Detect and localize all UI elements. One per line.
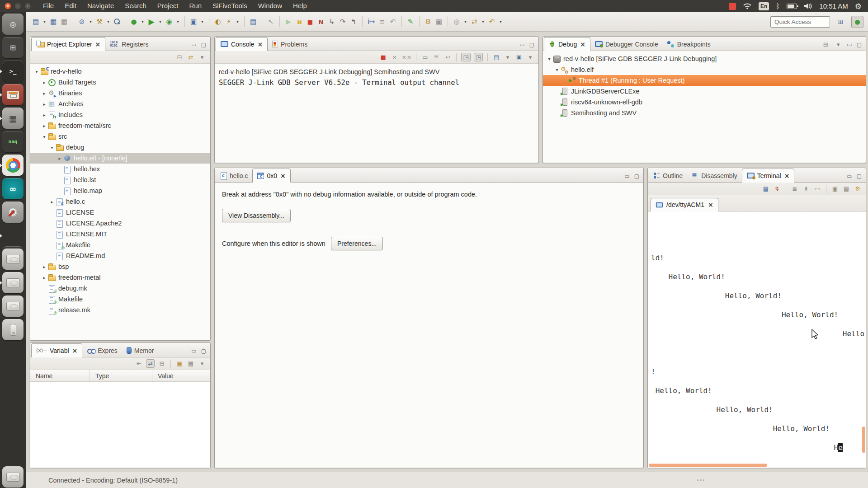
maximize-panel-icon[interactable]: ▢ [857,42,862,48]
tab-disassembly[interactable]: Disassembly [687,169,741,183]
search-in-files-icon[interactable] [112,16,122,28]
tab-hello-c[interactable]: hello.c [216,169,252,183]
profile-icon[interactable]: ◉ [164,16,174,28]
quick-access-input[interactable] [770,16,830,28]
menu-run[interactable]: Run [184,0,207,12]
pin-dropdown-icon[interactable]: ▾ [462,16,468,28]
remove-launch-icon[interactable]: × [391,54,399,61]
menu-sifivetools[interactable]: SiFiveTools [207,0,253,12]
tab-debugger-console[interactable]: Debugger Console [590,37,663,51]
select-pointer-icon[interactable]: ↖ [266,16,276,28]
display-console-dropdown-icon[interactable]: ▾ [504,54,512,61]
file-archiver-icon[interactable] [2,84,24,105]
open-console-icon[interactable]: ▣ [515,54,523,61]
tree-item-src[interactable]: ▾src [30,131,210,142]
remove-all-launches-icon[interactable]: ×× [402,54,412,61]
wifi-icon[interactable] [743,3,752,9]
show-type-names-icon[interactable]: ⇤ [135,360,143,367]
minimize-panel-icon[interactable]: ▭ [191,348,196,354]
tab-outline[interactable]: Outline [649,169,687,183]
terminal-settings-icon[interactable]: ⚙ [854,185,862,192]
usb-drive-icon[interactable] [2,319,24,340]
disconnect-icon[interactable]: N [316,16,326,28]
maximize-panel-icon[interactable]: ▢ [201,348,206,354]
menu-project[interactable]: Project [152,0,184,12]
tab-console[interactable]: Console× [216,37,268,51]
collapse-all-icon[interactable]: ⊟ [158,360,166,367]
open-console-view-icon[interactable]: ▤ [248,16,258,28]
expand-arrow[interactable]: ▸ [56,156,63,161]
scroll-lock-icon[interactable]: ≣ [432,54,440,61]
tree-item-red-v-hello-sifive-gdb-segger-j-link-debugging[interactable]: ▾red-v-hello [SiFive GDB SEGGER J-Link D… [543,53,866,64]
flash-target-icon[interactable]: ⚡ [224,16,234,28]
tab-dev-ttyacm1[interactable]: /dev/ttyACM1 × [651,198,718,211]
system-settings-icon[interactable]: ⚙ [2,202,24,223]
tree-item-thread-1-running-user-request[interactable]: Thread #1 (Running : User Request) [543,75,866,86]
link-with-editor-icon[interactable]: ⇄ [187,54,195,61]
back-dropdown-icon[interactable]: ▾ [498,16,504,28]
expand-arrow[interactable]: ▸ [48,199,56,204]
new-watch-icon[interactable]: ▣ [175,360,184,367]
tree-item-build-targets[interactable]: ▸Build Targets [30,77,210,88]
expand-arrow[interactable]: ▸ [41,264,48,269]
new-launch-config-icon[interactable]: ⚙ [423,16,433,28]
view-disassembly-button[interactable]: View Disassembly... [222,209,291,222]
terminal-app-icon[interactable]: >_ [2,61,24,82]
tab-problems[interactable]: Problems [268,37,312,51]
console-output-area[interactable]: red-v-hello [SiFive GDB SEGGER J-Link De… [215,64,538,91]
save-icon[interactable]: ▦ [48,16,58,28]
preferences-button[interactable]: Preferences... [331,237,383,250]
tree-item-debug-mk[interactable]: ◎debug.mk [30,283,210,294]
skip-all-breakpoints-icon[interactable]: ⊘ [77,16,87,28]
new-dropdown-icon[interactable]: ▾ [42,16,47,28]
maximize-panel-icon[interactable]: ▢ [857,173,862,179]
tree-item-makefile[interactable]: ◎Makefile [30,239,210,250]
open-terminal-icon[interactable]: ▤ [762,185,770,192]
close-icon[interactable]: × [708,201,713,208]
column-header-value[interactable]: Value [152,370,210,381]
session-menu-gear-icon[interactable]: ⚙ [855,2,862,11]
tree-item-freedom-metal-src[interactable]: ▸freedom-metal/src [30,120,210,131]
expand-arrow[interactable]: ▸ [41,80,48,85]
tab-variabl[interactable]: Variabl× [31,343,82,357]
volume-icon[interactable] [804,3,812,9]
minimize-panel-icon[interactable]: ▭ [519,42,524,48]
expand-arrow[interactable]: ▾ [553,67,561,72]
open-console-dropdown-icon[interactable]: ▾ [526,54,534,61]
close-icon[interactable]: × [72,347,78,354]
tree-item-includes[interactable]: ▸hIncludes [30,109,210,120]
terminal-text[interactable]: ld! Hello, World! Hello, World! Hello, W… [648,211,866,452]
tree-item-release-mk[interactable]: ◎release.mk [30,305,210,315]
tab-0x0[interactable]: 0x0× [252,169,290,183]
bottom-drive-icon[interactable] [2,466,24,488]
clear-terminal-icon[interactable]: ≣ [791,185,799,192]
workspace-switcher-icon[interactable]: ⊞ [2,37,24,58]
expand-arrow[interactable]: ▸ [41,91,48,96]
minimize-panel-icon[interactable]: ▭ [847,173,852,179]
show-memory-icon[interactable]: ≡ [377,16,387,28]
tree-item-license-apache2[interactable]: LICENSE.Apache2 [30,218,210,229]
expand-arrow[interactable]: ▸ [41,275,48,280]
maximize-panel-icon[interactable]: ▢ [201,42,206,48]
minimize-panel-icon[interactable]: ▭ [624,173,629,179]
window-minimize-button[interactable]: − [14,3,21,9]
disk-drive-3-icon[interactable] [2,296,24,317]
flash-dropdown-icon[interactable]: ▾ [235,16,241,28]
maximize-panel-icon[interactable]: ▢ [634,173,639,179]
suspend-icon[interactable]: ▮▮ [294,16,304,28]
tree-item-jlinkgdbserverclexe[interactable]: JLinkGDBServerCLExe [543,86,866,97]
show-on-output-icon[interactable]: ◳ [461,53,470,61]
menu-navigate[interactable]: Navigate [82,0,119,12]
tree-item-makefile[interactable]: ◎Makefile [30,294,210,305]
back-history-icon[interactable]: ↶ [487,16,497,28]
close-icon[interactable]: × [257,41,263,48]
recording-indicator-icon[interactable] [729,3,736,10]
disconnect-terminal-icon[interactable]: ↯ [773,185,781,192]
tree-item-red-v-hello[interactable]: ▾Cred-v-hello [30,66,210,77]
calculator-icon[interactable]: ▦ [2,108,24,129]
instruction-stepping-icon[interactable]: i↦ [366,16,376,28]
tab-project-explorer[interactable]: Project Explorer× [31,37,105,51]
tree-item-license-mit[interactable]: LICENSE.MIT [30,229,210,239]
link-editor-icon[interactable]: ⇄ [469,16,479,28]
tree-item-binaries[interactable]: ▸Binaries [30,88,210,99]
